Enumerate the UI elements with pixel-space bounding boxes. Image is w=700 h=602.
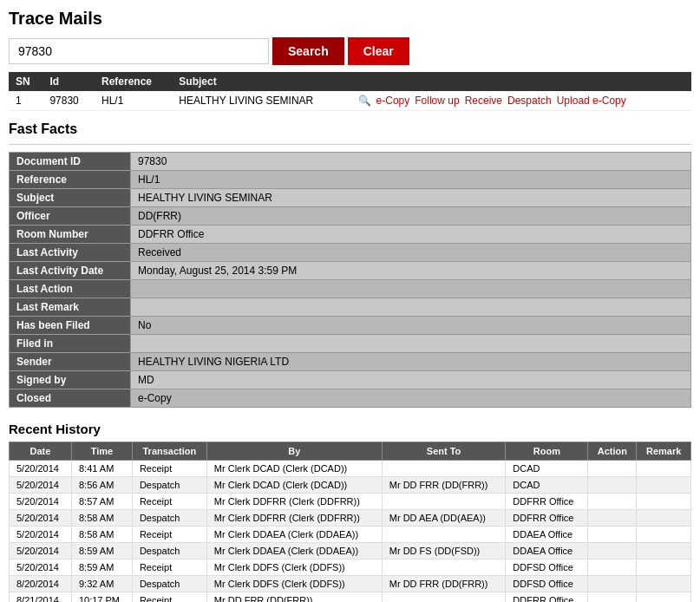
- history-cell: Mr Clerk DDFS (Clerk (DDFS)): [206, 576, 382, 592]
- fast-facts-label: Closed: [10, 389, 131, 408]
- history-cell: 10:17 PM: [71, 592, 132, 603]
- history-cell: [637, 576, 691, 592]
- history-cell: 5/20/2014: [10, 543, 72, 559]
- history-cell: 8:58 AM: [71, 510, 132, 527]
- history-cell: Mr DD FS (DD(FSD)): [382, 543, 506, 559]
- fast-facts-value: Monday, August 25, 2014 3:59 PM: [131, 262, 691, 280]
- history-cell: DDFRR Office: [506, 592, 588, 603]
- fast-facts-value: MD: [131, 371, 691, 389]
- action-despatch[interactable]: Despatch: [507, 95, 552, 107]
- col-reference: Reference: [95, 72, 172, 91]
- fast-facts-value: 97830: [131, 153, 691, 171]
- history-cell: Receipt: [132, 527, 206, 543]
- history-cell: 8:59 AM: [71, 543, 132, 559]
- fast-facts-value: [131, 335, 691, 353]
- fast-facts-row: Signed byMD: [10, 371, 691, 389]
- history-cell: DDFSD Office: [506, 576, 588, 592]
- history-cell: DDAEA Office: [506, 527, 588, 543]
- fast-facts-value: HL/1: [131, 171, 691, 189]
- fast-facts-row: Closede-Copy: [10, 389, 691, 408]
- fast-facts-row: Filed in: [10, 335, 691, 353]
- fast-facts-row: Last Remark: [10, 298, 691, 317]
- history-row: 5/20/20148:56 AMDespatchMr Clerk DCAD (C…: [10, 477, 691, 494]
- history-cell: Mr Clerk DDFS (Clerk (DDFS)): [206, 559, 382, 576]
- history-cell: Mr DD FRR (DD(FRR)): [382, 477, 506, 494]
- history-row: 5/20/20148:57 AMReceiptMr Clerk DDFRR (C…: [10, 494, 691, 510]
- history-cell: DDFRR Office: [506, 510, 588, 527]
- history-cell: [637, 510, 691, 527]
- history-cell: Receipt: [132, 494, 206, 510]
- history-cell: Receipt: [132, 461, 206, 477]
- history-cell: [637, 559, 691, 576]
- action-upload-ecopy[interactable]: Upload e-Copy: [557, 95, 626, 107]
- history-cell: [588, 461, 637, 477]
- recent-history-heading: Recent History: [9, 422, 691, 436]
- fast-facts-label: Last Activity Date: [10, 262, 131, 280]
- fast-facts-value: HEALTHY LIVING NIGERIA LTD: [131, 353, 691, 371]
- history-cell: [588, 592, 637, 603]
- history-col-header: Transaction: [132, 442, 206, 461]
- history-cell: Mr DD FRR (DD(FRR)): [382, 576, 506, 592]
- fast-facts-row: OfficerDD(FRR): [10, 207, 691, 226]
- history-cell: DCAD: [506, 477, 588, 494]
- history-col-header: Sent To: [382, 442, 506, 461]
- fast-facts-value: [131, 280, 691, 298]
- fast-facts-row: Last ActivityReceived: [10, 244, 691, 262]
- action-followup[interactable]: Follow up: [415, 95, 459, 107]
- history-cell: DDFRR Office: [506, 494, 588, 510]
- action-ecopy[interactable]: e-Copy: [376, 95, 410, 107]
- fast-facts-row: Last Action: [10, 280, 691, 298]
- history-cell: Mr Clerk DDAEA (Clerk (DDAEA)): [206, 527, 382, 543]
- history-cell: Receipt: [132, 559, 206, 576]
- table-row: 1 97830 HL/1 HEALTHY LIVING SEMINAR 🔍 e-…: [9, 91, 691, 111]
- fast-facts-label: Officer: [10, 207, 131, 226]
- history-cell: [637, 494, 691, 510]
- results-table: SN Id Reference Subject 1 97830 HL/1 HEA…: [9, 72, 691, 111]
- search-button[interactable]: Search: [272, 37, 344, 65]
- history-cell: [588, 559, 637, 576]
- cell-reference: HL/1: [95, 91, 172, 111]
- fast-facts-label: Filed in: [10, 335, 131, 353]
- col-sn: SN: [9, 72, 43, 91]
- fast-facts-label: Sender: [10, 353, 131, 371]
- history-cell: Receipt: [132, 592, 206, 603]
- fast-facts-label: Last Activity: [10, 244, 131, 262]
- fast-facts-label: Reference: [10, 171, 131, 189]
- history-cell: DDAEA Office: [506, 543, 588, 559]
- history-cell: 5/20/2014: [10, 510, 72, 527]
- search-input[interactable]: [9, 38, 269, 64]
- fast-facts-row: Room NumberDDFRR Office: [10, 226, 691, 244]
- fast-facts-label: Subject: [10, 189, 131, 207]
- fast-facts-row: SenderHEALTHY LIVING NIGERIA LTD: [10, 353, 691, 371]
- history-cell: 5/20/2014: [10, 527, 72, 543]
- history-table: DateTimeTransactionBySent ToRoomActionRe…: [9, 442, 691, 602]
- fast-facts-row: SubjectHEALTHY LIVING SEMINAR: [10, 189, 691, 207]
- col-actions: [351, 72, 691, 91]
- history-row: 5/20/20148:59 AMReceiptMr Clerk DDFS (Cl…: [10, 559, 691, 576]
- history-cell: 5/20/2014: [10, 477, 72, 494]
- fast-facts-label: Document ID: [10, 153, 131, 171]
- history-cell: 8/21/2014: [10, 592, 72, 603]
- history-cell: [588, 510, 637, 527]
- action-receive[interactable]: Receive: [465, 95, 502, 107]
- fast-facts-value: [131, 298, 691, 317]
- history-col-header: Time: [71, 442, 132, 461]
- history-cell: DDFSD Office: [506, 559, 588, 576]
- clear-button[interactable]: Clear: [348, 37, 409, 65]
- history-col-header: Date: [10, 442, 72, 461]
- history-cell: Mr Clerk DCAD (Clerk (DCAD)): [206, 461, 382, 477]
- history-col-header: By: [206, 442, 382, 461]
- history-cell: [637, 477, 691, 494]
- fast-facts-table: Document ID97830ReferenceHL/1SubjectHEAL…: [9, 152, 691, 408]
- history-cell: [382, 461, 506, 477]
- history-cell: 5/20/2014: [10, 559, 72, 576]
- history-cell: [382, 559, 506, 576]
- history-cell: 5/20/2014: [10, 494, 72, 510]
- history-cell: [382, 494, 506, 510]
- col-subject: Subject: [172, 72, 350, 91]
- history-cell: 8:59 AM: [71, 559, 132, 576]
- history-cell: [637, 592, 691, 603]
- history-cell: Despatch: [132, 477, 206, 494]
- history-row: 5/20/20148:58 AMReceiptMr Clerk DDAEA (C…: [10, 527, 691, 543]
- history-cell: [588, 494, 637, 510]
